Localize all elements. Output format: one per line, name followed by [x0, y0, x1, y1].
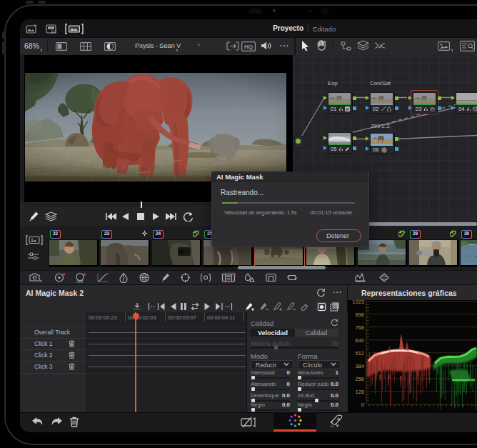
- svg-text:0: 0: [361, 402, 364, 408]
- svg-text:HDR: HDR: [76, 280, 84, 284]
- svg-text:HQ: HQ: [244, 44, 253, 50]
- svg-text:512: 512: [355, 350, 364, 357]
- svg-text:128: 128: [355, 389, 364, 395]
- svg-text:640: 640: [355, 337, 364, 344]
- svg-text:256: 256: [355, 376, 364, 382]
- svg-text:1023: 1023: [352, 300, 364, 305]
- svg-text:768: 768: [355, 324, 364, 331]
- svg-text:384: 384: [355, 363, 364, 369]
- svg-text:896: 896: [355, 312, 364, 318]
